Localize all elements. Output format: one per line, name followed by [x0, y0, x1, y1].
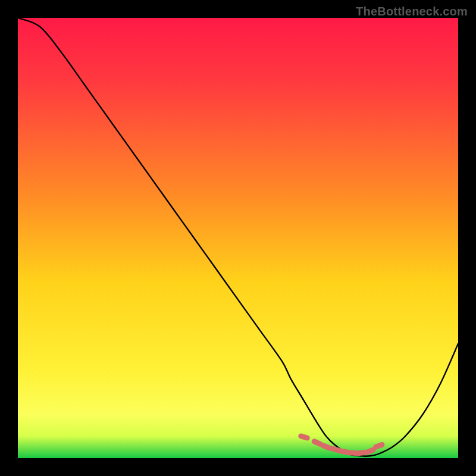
- highlight-marker: [349, 453, 356, 453]
- watermark-label: TheBottleneck.com: [356, 5, 468, 18]
- highlight-marker: [340, 451, 347, 452]
- highlight-marker: [332, 449, 339, 450]
- highlight-marker: [323, 446, 329, 448]
- highlight-marker: [314, 441, 320, 444]
- highlight-marker: [358, 453, 365, 453]
- highlight-marker: [376, 444, 382, 447]
- highlight-marker: [367, 450, 373, 452]
- chart-frame: TheBottleneck.com: [0, 0, 476, 476]
- highlight-marker: [301, 436, 308, 438]
- bottleneck-chart: [18, 18, 458, 458]
